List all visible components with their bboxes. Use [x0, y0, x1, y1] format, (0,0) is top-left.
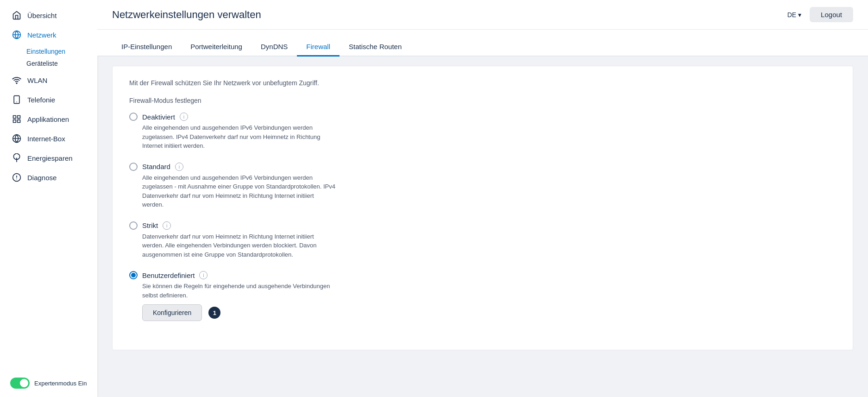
phone-icon [12, 95, 22, 105]
page-content: Mit der Firewall schützen Sie Ihr Netzwe… [97, 57, 868, 397]
sidebar-nav: Übersicht Netzwerk Einstellungen Gerätel… [0, 0, 97, 369]
firewall-mode-label: Firewall-Modus festlegen [129, 97, 836, 104]
radio-desc-standard: Alle eingehenden und ausgehenden IPv6 Ve… [142, 173, 337, 209]
radio-row-benutzerdefiniert: Benutzerdefiniert i [129, 271, 836, 279]
sidebar-item-netzwerk[interactable]: Netzwerk [0, 25, 97, 44]
svg-rect-8 [13, 120, 16, 123]
sidebar-sub-einstellungen[interactable]: Einstellungen [26, 45, 97, 57]
sidebar-item-ubersicht[interactable]: Übersicht [0, 6, 97, 25]
home-icon [12, 10, 22, 20]
sidebar-item-label: Internet-Box [27, 135, 65, 143]
firewall-card: Mit der Firewall schützen Sie Ihr Netzwe… [112, 66, 853, 350]
konfigurieren-button[interactable]: Konfigurieren [142, 304, 202, 321]
radio-standard[interactable] [129, 163, 138, 171]
tab-firewall[interactable]: Firewall [297, 38, 340, 57]
radio-row-standard: Standard i [129, 163, 836, 171]
radio-desc-strikt: Datenverkehr darf nur vom Heimnetz in Ri… [142, 232, 337, 259]
chevron-down-icon: ▾ [798, 11, 801, 19]
sidebar-item-telefonie[interactable]: Telefonie [0, 90, 97, 109]
tab-portweiterleitung[interactable]: Portweiterleitung [181, 38, 252, 57]
radio-label-strikt: Strikt [142, 221, 158, 229]
sidebar-item-diagnose[interactable]: Diagnose [0, 168, 97, 187]
expertmode-toggle[interactable] [10, 378, 30, 389]
info-icon-benutzerdefiniert[interactable]: i [199, 271, 208, 279]
sidebar-sub-gerateliste[interactable]: Geräteliste [26, 57, 97, 69]
sidebar-item-internet-box[interactable]: Internet-Box [0, 129, 97, 148]
expertmode-label: Expertenmodus Ein [34, 380, 87, 387]
logout-button[interactable]: Logout [810, 7, 853, 22]
sidebar-item-label: Applikationen [27, 115, 69, 123]
sidebar-item-label: Netzwerk [27, 31, 57, 39]
sidebar-item-label: WLAN [27, 76, 47, 84]
box-icon [12, 133, 22, 144]
info-icon-deaktiviert[interactable]: i [180, 113, 188, 121]
radio-strikt[interactable] [129, 221, 138, 230]
sidebar-item-energiesparen[interactable]: Energiesparen [0, 148, 97, 168]
page-title: Netzwerkeinstellungen verwalten [112, 9, 261, 21]
konfigurieren-badge: 1 [208, 307, 220, 319]
topbar-right: DE ▾ Logout [787, 7, 853, 22]
radio-benutzerdefiniert[interactable] [129, 271, 138, 279]
firewall-description: Mit der Firewall schützen Sie Ihr Netzwe… [129, 79, 836, 87]
sidebar-item-label: Energiesparen [27, 154, 73, 162]
sidebar-item-wlan[interactable]: WLAN [0, 70, 97, 90]
sidebar-sub-netzwerk: Einstellungen Geräteliste [0, 44, 97, 70]
language-selector[interactable]: DE ▾ [787, 11, 801, 19]
svg-rect-6 [18, 116, 20, 119]
wifi-icon [12, 75, 22, 85]
svg-rect-5 [13, 116, 16, 119]
radio-label-standard: Standard [142, 163, 170, 170]
radio-option-strikt: Strikt i Datenverkehr darf nur vom Heimn… [129, 221, 836, 259]
main-content: Netzwerkeinstellungen verwalten DE ▾ Log… [97, 0, 868, 397]
tab-statische-routen[interactable]: Statische Routen [340, 38, 411, 57]
grid-icon [12, 114, 22, 124]
topbar: Netzwerkeinstellungen verwalten DE ▾ Log… [97, 0, 868, 30]
tab-dyndns[interactable]: DynDNS [252, 38, 297, 57]
konfigurieren-row: Konfigurieren 1 [142, 304, 836, 321]
sidebar-item-label: Diagnose [27, 174, 57, 182]
radio-option-benutzerdefiniert: Benutzerdefiniert i Sie können die Regel… [129, 271, 836, 321]
radio-option-standard: Standard i Alle eingehenden und ausgehen… [129, 163, 836, 209]
radio-option-deaktiviert: Deaktiviert i Alle eingehenden und ausge… [129, 113, 836, 151]
globe-icon [12, 30, 22, 40]
alert-icon [12, 172, 22, 183]
svg-rect-7 [18, 120, 20, 123]
radio-deaktiviert[interactable] [129, 113, 138, 121]
svg-point-2 [16, 83, 17, 84]
expertmode-footer: Expertenmodus Ein [0, 369, 97, 397]
tabs: IP-Einstellungen Portweiterleitung DynDN… [97, 30, 868, 57]
sidebar-item-label: Telefonie [27, 96, 55, 104]
radio-label-deaktiviert: Deaktiviert [142, 113, 175, 121]
radio-desc-deaktiviert: Alle eingehenden und ausgehenden IPv6 Ve… [142, 123, 337, 151]
sidebar-item-applikationen[interactable]: Applikationen [0, 109, 97, 129]
radio-row-deaktiviert: Deaktiviert i [129, 113, 836, 121]
radio-label-benutzerdefiniert: Benutzerdefiniert [142, 271, 195, 279]
radio-desc-benutzerdefiniert: Sie können die Regeln für eingehende und… [142, 282, 337, 300]
tab-ip-einstellungen[interactable]: IP-Einstellungen [112, 38, 181, 57]
sidebar-item-label: Übersicht [27, 12, 57, 19]
info-icon-standard[interactable]: i [175, 163, 183, 171]
radio-row-strikt: Strikt i [129, 221, 836, 230]
leaf-icon [12, 153, 22, 163]
sidebar: Übersicht Netzwerk Einstellungen Gerätel… [0, 0, 97, 397]
info-icon-strikt[interactable]: i [163, 221, 171, 230]
